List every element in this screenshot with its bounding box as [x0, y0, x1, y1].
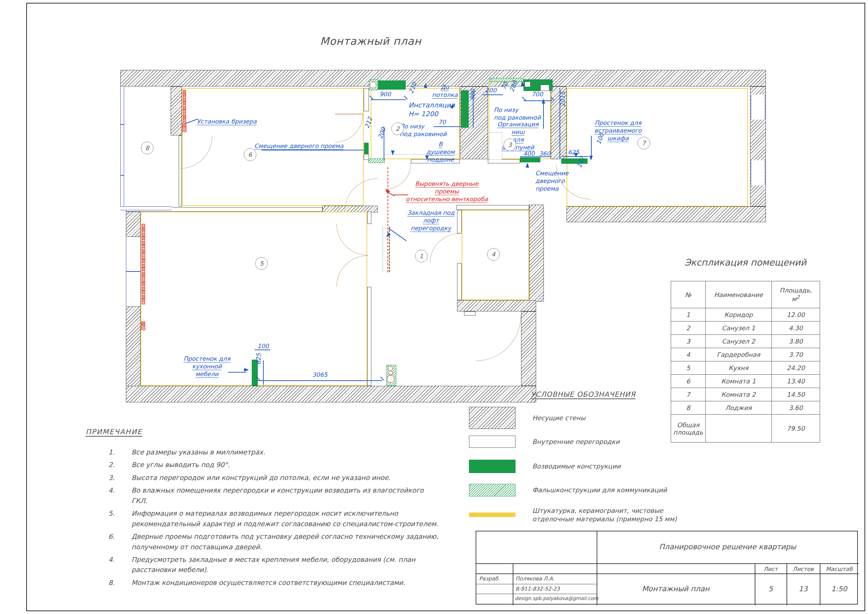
note-item: 1.Все размеры указаны в миллиметрах. [108, 447, 441, 457]
legend-swatch-wall [469, 407, 516, 429]
note-text: Все размеры указаны в миллиметрах. [132, 447, 439, 457]
note-text: Информация о материалах возводимых перег… [132, 508, 439, 529]
note-text: Дверные проемы подготовить под установку… [132, 532, 439, 552]
tb-drawing-title: Монтажный план [597, 584, 755, 593]
tb-email: design.spb.polyakova@gmail.com [515, 595, 598, 601]
legend-label: Фальшконструкции для коммуникаций [532, 486, 667, 495]
tb-phone: 8-911-832-52-23 [516, 586, 560, 592]
note-number: 4. [108, 555, 120, 575]
note-item: 3.Высота перегородок или конструкций до … [108, 473, 441, 483]
tb-line [476, 563, 859, 564]
note-gap [120, 578, 132, 588]
legend-label: Внутренние перегородки [532, 438, 620, 446]
note-number: 5. [108, 508, 120, 529]
note-text: Высота перегородок или конструкций до по… [132, 473, 439, 483]
tb-sheets-label: Листов [786, 566, 820, 572]
note-item: 4.Предусмотреть закладные в местах крепл… [108, 555, 441, 575]
note-text: Предусмотреть закладные в местах креплен… [132, 555, 439, 575]
note-gap [120, 555, 132, 575]
legend-swatch-yellow [469, 513, 516, 517]
tb-sheet-label: Лист [755, 566, 786, 572]
note-number: 8. [108, 578, 120, 588]
legend-swatch-green [469, 460, 516, 473]
tb-developer-name: Полякова Л.А. [516, 575, 554, 582]
notes: 1.Все размеры указаны в миллиметрах.2.Вс… [108, 447, 441, 590]
tb-line [476, 594, 597, 594]
notes-title: ПРИМЕЧАНИЕ [86, 427, 142, 436]
note-text: Во влажных помещениях перегородки и конс… [132, 485, 439, 506]
legend-label: Штукатурка, керамогранит, чистовые отдел… [532, 507, 677, 524]
note-item: 2.Все углы выводить под 90°. [108, 460, 441, 470]
note-gap [120, 447, 132, 457]
note-item: 6.Дверные проемы подготовить под установ… [108, 532, 441, 552]
note-item: 8.Монтаж кондиционеров осуществляется со… [108, 578, 441, 588]
note-number: 3. [108, 473, 120, 483]
legend-label: Несущие стены [532, 414, 586, 423]
note-number: 4. [108, 485, 120, 506]
note-gap [120, 460, 132, 470]
drawing-sheet: Монтажный план Установка бризераСмещение… [0, 0, 868, 614]
note-number: 2. [108, 460, 120, 470]
tb-developer-label: Разраб. [479, 575, 500, 582]
tb-line [476, 584, 597, 584]
note-item: 4.Во влажных помещениях перегородки и ко… [108, 485, 441, 506]
note-text: Монтаж кондиционеров осуществляется соот… [132, 578, 439, 588]
note-gap [120, 532, 132, 552]
tb-project-title: Планировочное решение квартиры [597, 542, 859, 551]
note-item: 5.Информация о материалах возводимых пер… [108, 508, 441, 529]
note-gap [120, 485, 132, 506]
legend-label: Возводимые конструкции [532, 462, 621, 471]
tb-sheet-value: 5 [755, 584, 786, 593]
tb-scale-label: Масштаб [820, 566, 859, 572]
legend-swatch-plain [469, 435, 516, 448]
note-number: 6. [108, 532, 120, 552]
note-number: 1. [108, 447, 120, 457]
note-gap [120, 508, 132, 529]
note-gap [120, 473, 132, 483]
tb-line [476, 574, 859, 574]
title-block: Планировочное решение квартиры Лист Лист… [476, 531, 858, 605]
tb-scale-value: 1:50 [820, 584, 859, 593]
note-text: Все углы выводить под 90°. [132, 460, 439, 470]
tb-sheets-value: 13 [786, 584, 820, 593]
legend-swatch-ghatch [469, 484, 516, 496]
